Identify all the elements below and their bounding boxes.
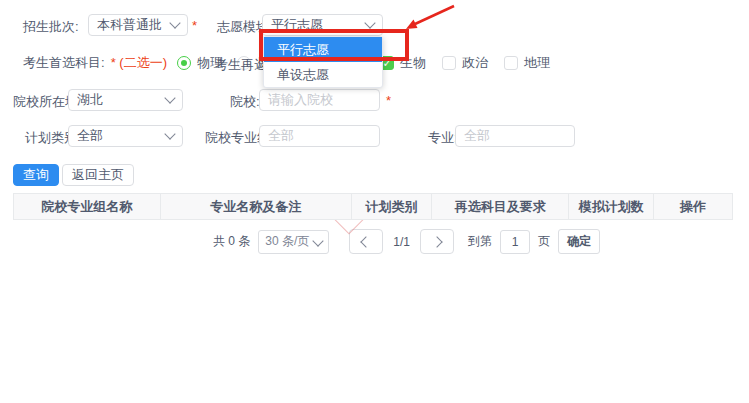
pagination: 共 0 条 30 条/页 1/1 到第 页 确定 xyxy=(213,229,600,254)
page-unit-label: 页 xyxy=(538,233,550,250)
major-placeholder: 全部 xyxy=(464,127,490,145)
location-select[interactable]: 湖北 xyxy=(68,89,183,111)
column-header-actions: 操作 xyxy=(654,194,732,219)
query-button[interactable]: 查询 xyxy=(13,164,59,186)
goto-page-input[interactable] xyxy=(500,230,530,254)
page: 招生批次: 本科普通批 * 志愿模块: 平行志愿 考生首选科目: * (二选一)… xyxy=(0,0,749,403)
dropdown-option-parallel[interactable]: 平行志愿 xyxy=(264,37,382,62)
page-size-value: 30 条/页 xyxy=(265,233,309,250)
dropdown-option-single[interactable]: 单设志愿 xyxy=(264,62,382,87)
prev-page-button[interactable] xyxy=(349,229,383,254)
chevron-down-icon xyxy=(164,92,175,103)
college-group-input[interactable]: 全部 xyxy=(259,125,380,147)
column-header-college-group: 院校专业组名称 xyxy=(14,194,161,219)
checkbox-geography-label[interactable]: 地理 xyxy=(524,54,550,72)
first-subject-hint: * (二选一) xyxy=(111,54,167,72)
module-select[interactable]: 平行志愿 xyxy=(262,14,383,36)
chevron-down-icon xyxy=(364,17,375,28)
checkbox-geography[interactable] xyxy=(504,56,518,70)
checkbox-biology-label[interactable]: 生物 xyxy=(400,54,426,72)
chevron-right-icon xyxy=(431,236,442,247)
column-header-major-remarks: 专业名称及备注 xyxy=(161,194,352,219)
plan-type-select-value: 全部 xyxy=(77,127,166,145)
plan-type-select[interactable]: 全部 xyxy=(68,125,183,147)
college-input-placeholder: 请输入院校 xyxy=(268,91,333,109)
check-icon: ✓ xyxy=(382,57,391,70)
chevron-down-icon xyxy=(169,17,180,28)
college-group-placeholder: 全部 xyxy=(268,127,294,145)
back-home-button[interactable]: 返回主页 xyxy=(62,164,134,186)
confirm-page-button[interactable]: 确定 xyxy=(558,229,600,254)
college-input[interactable]: 请输入院校 xyxy=(259,89,380,111)
chevron-down-icon xyxy=(313,235,324,246)
module-dropdown-panel: 平行志愿 单设志愿 xyxy=(263,36,383,88)
pagination-total: 共 0 条 xyxy=(213,233,250,250)
page-size-select[interactable]: 30 条/页 xyxy=(258,230,329,254)
location-select-value: 湖北 xyxy=(77,91,166,109)
annotation-arrow xyxy=(400,2,462,32)
major-input[interactable]: 全部 xyxy=(455,125,575,147)
column-header-plan-type: 计划类别 xyxy=(352,194,432,219)
radio-physics[interactable] xyxy=(177,56,191,70)
checkbox-politics[interactable] xyxy=(442,56,456,70)
batch-label: 招生批次: xyxy=(23,18,79,36)
column-header-subject-requirements: 再选科目及要求 xyxy=(432,194,570,219)
college-label: 院校: xyxy=(230,93,260,111)
results-table-header: 院校专业组名称 专业名称及备注 计划类别 再选科目及要求 模拟计划数 操作 xyxy=(13,193,733,220)
major-label: 专业: xyxy=(428,129,458,147)
goto-page-label: 到第 xyxy=(468,233,492,250)
batch-select-value: 本科普通批 xyxy=(97,16,171,34)
checkbox-politics-label[interactable]: 政治 xyxy=(462,54,488,72)
college-required-mark: * xyxy=(386,93,391,108)
chevron-down-icon xyxy=(164,128,175,139)
current-page-indicator: 1/1 xyxy=(393,235,410,249)
module-select-value: 平行志愿 xyxy=(271,16,366,34)
column-header-plan-count: 模拟计划数 xyxy=(569,194,654,219)
next-page-button[interactable] xyxy=(420,229,454,254)
batch-select[interactable]: 本科普通批 xyxy=(88,14,188,36)
chevron-left-icon xyxy=(361,236,372,247)
first-subject-label: 考生首选科目: xyxy=(23,54,105,72)
batch-required-mark: * xyxy=(192,18,197,33)
